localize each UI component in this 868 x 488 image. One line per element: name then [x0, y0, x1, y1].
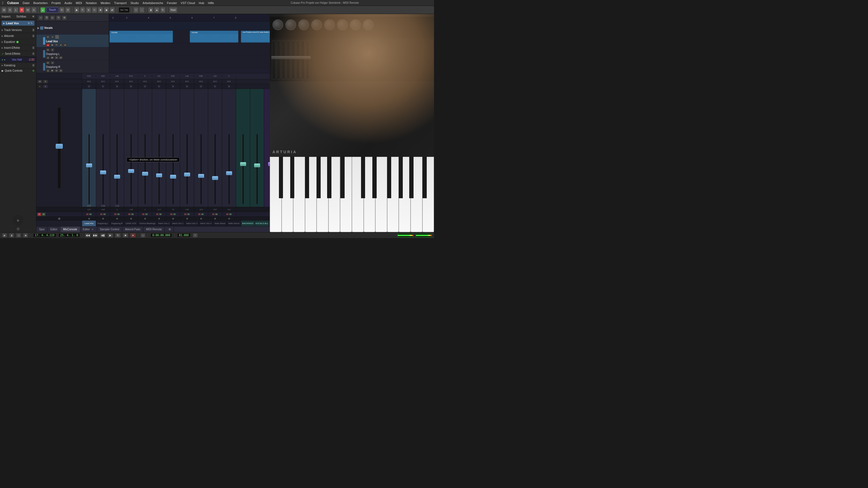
green-btn[interactable]: ▲ [40, 7, 45, 13]
tempo-track-btn[interactable]: T [193, 233, 197, 238]
lead-vox-item[interactable]: ▶ Lead Vox ⚙ ↻ [2, 21, 34, 26]
tool-btn-3[interactable]: ☣ [86, 7, 91, 13]
tab-hello[interactable]: Hello Shout [227, 220, 241, 226]
tool-btn-1[interactable]: ▶ [74, 7, 79, 13]
white-key-e[interactable] [293, 157, 305, 232]
harm1-fader-track[interactable] [173, 134, 174, 204]
sync-btn[interactable]: ◆ [23, 233, 28, 238]
stop-btn-transport[interactable]: ■ [123, 233, 128, 238]
tab-settings[interactable]: ⚙ [166, 226, 174, 232]
e-btn-8[interactable]: e [200, 85, 203, 88]
r-9[interactable]: R [212, 213, 215, 215]
lv-loop-btn[interactable]: ↻ [55, 43, 58, 47]
lv-s-btn[interactable]: S [51, 35, 54, 38]
dl-m-btn[interactable]: M [46, 48, 50, 52]
track-settings-btn[interactable]: ⚙ [62, 16, 66, 20]
lv-r-btn[interactable]: R [59, 43, 63, 47]
white-key-c2[interactable] [352, 157, 364, 232]
track-row-lead-vox[interactable]: M S ♪ Lead Vox ● ▶ ↻ R W [36, 34, 109, 48]
menu-arbeitsbereiche[interactable]: Arbeitsbereiche [143, 1, 163, 5]
rast-btn[interactable]: Rast [169, 7, 177, 13]
w-button[interactable]: W [25, 7, 30, 13]
dr-fader-track[interactable] [117, 134, 118, 204]
ch-s-7[interactable]: S [187, 81, 189, 83]
ch-m-4[interactable]: M [143, 81, 145, 83]
ch-s-9[interactable]: S [215, 81, 217, 83]
status-stop-btn[interactable]: ▮ [9, 233, 14, 238]
track-search-btn[interactable]: ▷ [50, 16, 55, 20]
tab-harm-4[interactable]: Harm Vox 4 [199, 220, 213, 226]
menu-hilfe[interactable]: Hilfe [208, 1, 214, 5]
ch-m-9[interactable]: M [213, 81, 215, 83]
chorus-fader-track[interactable] [145, 134, 146, 204]
yeah-fader-track[interactable] [215, 134, 216, 204]
ch-s-4[interactable]: S [145, 81, 147, 83]
lvb-fader-track[interactable] [131, 134, 132, 204]
e-btn-0[interactable]: e [88, 85, 90, 88]
main-fader-handle[interactable] [56, 144, 63, 149]
gear-icon[interactable]: ⚙ [2, 227, 34, 231]
e-btn-9[interactable]: e [214, 85, 216, 88]
s-button[interactable]: S [7, 7, 12, 13]
tool-btn-5[interactable]: ■ [98, 7, 103, 13]
main-s-btn[interactable]: S [43, 80, 48, 84]
dl-fader-handle[interactable] [100, 171, 106, 174]
punch-in-btn[interactable]: ◇ [141, 233, 145, 238]
track-row-dopplung-r[interactable]: M S Dopplung R ● ▶ R W [36, 60, 109, 73]
lead-vox-clip-1[interactable]: Vocals [110, 31, 173, 42]
dl-w-btn[interactable]: W [59, 56, 63, 59]
w-8[interactable]: W [201, 213, 204, 215]
ch-s-10[interactable]: S [229, 81, 231, 83]
snap-btn[interactable]: ▮ [148, 7, 153, 13]
tab-midi-remote[interactable]: MIDI Remote [143, 226, 165, 232]
white-key-a[interactable] [329, 157, 340, 232]
lv-rec-btn[interactable]: ● [46, 43, 50, 47]
track-fold-btn[interactable]: ☰ [44, 16, 49, 20]
dr-fader-handle[interactable] [114, 175, 120, 179]
ch-m-10[interactable]: M [227, 81, 229, 83]
dl-s-btn[interactable]: S [51, 48, 54, 52]
m-button[interactable]: M [2, 7, 6, 13]
ch-s-8[interactable]: S [202, 81, 203, 83]
lv-fader-handle[interactable] [86, 163, 92, 167]
track-versions-item[interactable]: ▶ Track Versions ☰ [2, 28, 34, 32]
equalizer-item[interactable]: ▶ Equalizer [2, 40, 34, 44]
menu-datei[interactable]: Datei [23, 1, 30, 5]
dl-btn2[interactable]: ▶ [50, 56, 54, 59]
backings-fader-handle[interactable] [240, 162, 246, 166]
l-button[interactable]: L [13, 7, 18, 13]
lv-fader-track[interactable] [89, 134, 90, 204]
white-key-f2[interactable] [387, 157, 399, 232]
ch-m-6[interactable]: M [171, 81, 173, 83]
white-key-g2[interactable] [399, 157, 410, 232]
r-5[interactable]: R [156, 213, 159, 215]
tab-editor-2-close[interactable]: ✕ [91, 228, 94, 231]
tab-dopplung-l[interactable]: Dopplung L [96, 220, 110, 226]
dr-s-btn[interactable]: S [51, 61, 54, 64]
harm4-fader-track[interactable] [200, 134, 202, 204]
track-expand-vocals[interactable]: ▶ [37, 27, 39, 29]
ff-btn[interactable]: ▶▶ [93, 233, 98, 238]
yeah-fader-handle[interactable] [212, 176, 218, 180]
w-1[interactable]: W [103, 213, 106, 215]
tab-harm-2[interactable]: Harm Vox 2 [157, 220, 171, 226]
lead-vox-clip-2[interactable]: Vocals [190, 31, 238, 42]
dl-fader-track[interactable] [102, 134, 104, 204]
va-fader-handle[interactable] [254, 163, 260, 167]
menu-fenster[interactable]: Fenster [167, 1, 177, 5]
ch-s-1[interactable]: S [103, 81, 105, 83]
w-9[interactable]: W [215, 213, 218, 215]
e-btn-1[interactable]: e [102, 85, 104, 88]
tab-harm-3[interactable]: Harm Vox 3 [185, 220, 199, 226]
ch-m-5[interactable]: M [157, 81, 159, 83]
ch-s-5[interactable]: S [159, 81, 161, 83]
tab-yeah[interactable]: Yeah Shout [213, 220, 227, 226]
menu-vstcloud[interactable]: VST Cloud [181, 1, 195, 5]
main-l-btn[interactable]: L [37, 85, 42, 88]
play-btn-transport[interactable]: ▶ [108, 233, 113, 238]
white-key-f[interactable] [305, 157, 317, 232]
ch-m-3[interactable]: M [129, 81, 131, 83]
tool-btn-4[interactable]: ✂ [92, 7, 97, 13]
cycle-btn[interactable]: ↻ [115, 233, 121, 238]
menu-notation[interactable]: Notation [86, 1, 97, 5]
